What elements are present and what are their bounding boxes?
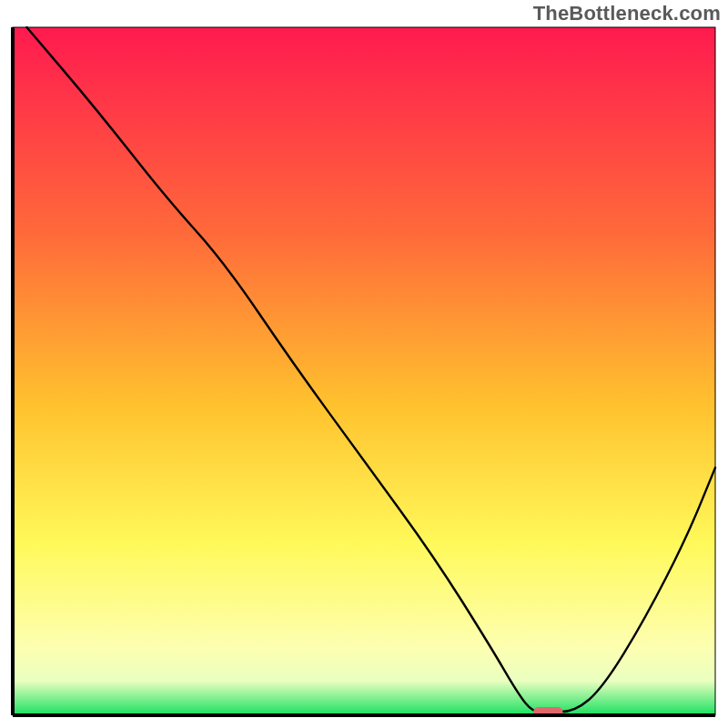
chart-root: TheBottleneck.com: [0, 0, 728, 728]
bottleneck-chart: [0, 0, 728, 728]
watermark-text: TheBottleneck.com: [533, 2, 721, 25]
gradient-background: [13, 27, 715, 715]
